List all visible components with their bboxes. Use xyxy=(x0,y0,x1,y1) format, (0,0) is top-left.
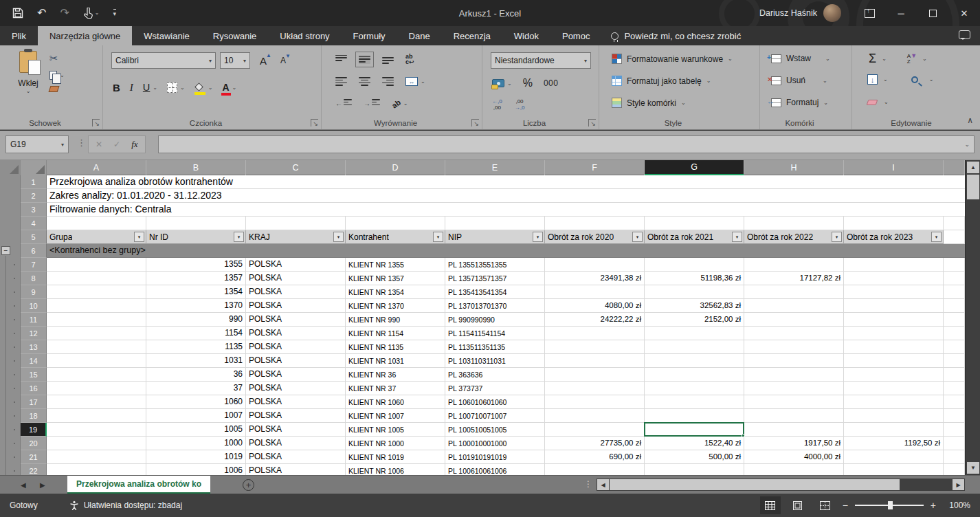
cell[interactable] xyxy=(47,423,146,437)
cancel-icon[interactable]: ✕ xyxy=(96,140,102,149)
cell[interactable]: PL 135413541354 xyxy=(445,285,545,299)
sheet-nav-right-icon[interactable]: ▶ xyxy=(40,476,45,494)
filter-dropdown-icon[interactable]: ▾ xyxy=(632,232,643,242)
cell[interactable]: KLIENT NR 1005 xyxy=(346,423,445,437)
filter-dropdown-icon[interactable]: ▾ xyxy=(234,232,244,242)
cell[interactable]: 1154 xyxy=(146,327,246,340)
cell[interactable]: POLSKA xyxy=(246,382,346,395)
cell[interactable]: POLSKA xyxy=(246,464,346,475)
cell[interactable]: POLSKA xyxy=(246,437,346,450)
tab-widok[interactable]: Widok xyxy=(502,26,550,45)
cell[interactable] xyxy=(645,354,744,368)
formula-input[interactable]: ⌄ xyxy=(158,135,975,153)
cell[interactable] xyxy=(645,327,744,340)
cell[interactable] xyxy=(944,230,965,244)
cell[interactable] xyxy=(47,354,146,368)
dialog-launcher-alignment[interactable]: ↘ xyxy=(471,119,479,126)
filter-header-8[interactable]: Obrót za rok 2022▾ xyxy=(744,230,844,244)
cell[interactable]: KLIENT NR 1357 xyxy=(346,272,445,285)
orientation-button[interactable]: ab⌄ xyxy=(392,100,408,108)
column-header-partial[interactable] xyxy=(944,160,965,175)
outline-collapse-icon[interactable]: − xyxy=(1,246,10,255)
align-middle-button[interactable] xyxy=(359,55,370,64)
row-header-15[interactable]: 15 xyxy=(21,368,47,382)
cell[interactable] xyxy=(545,395,645,409)
cell[interactable] xyxy=(744,258,844,272)
cell[interactable] xyxy=(944,368,965,382)
row-header-10[interactable]: 10 xyxy=(21,299,47,313)
paste-dropdown[interactable]: ⌄ xyxy=(26,88,31,94)
tab-narzędzia-główne[interactable]: Narzędzia główne xyxy=(38,26,132,45)
fill-color-button[interactable]: ⌄ xyxy=(194,84,213,91)
cell[interactable]: PL 137013701370 xyxy=(445,299,545,313)
cell[interactable]: PL 100010001000 xyxy=(445,437,545,450)
row-header-1[interactable]: 1 xyxy=(21,175,47,189)
cell[interactable] xyxy=(844,327,944,340)
cell[interactable] xyxy=(844,272,944,285)
cell[interactable]: 1135 xyxy=(146,340,246,354)
insert-cells-button[interactable]: + Wstaw⌄ xyxy=(771,54,830,63)
row-header-5[interactable]: 5 xyxy=(21,230,47,244)
cell[interactable]: 37 xyxy=(146,382,246,395)
row-header-12[interactable]: 12 xyxy=(21,327,47,340)
cell[interactable]: PL 135713571357 xyxy=(445,272,545,285)
cell[interactable]: POLSKA xyxy=(246,258,346,272)
zoom-slider-thumb[interactable] xyxy=(888,501,893,509)
font-size-combo[interactable]: 10 ▾ xyxy=(220,52,250,69)
cell[interactable]: Zakres analizy: 01.01.2020 - 31.12.2023 xyxy=(47,189,965,203)
cell[interactable] xyxy=(744,409,844,423)
cell[interactable] xyxy=(47,450,146,464)
wrap-text-button[interactable]: abc↩ xyxy=(405,54,414,65)
cell[interactable] xyxy=(744,285,844,299)
cell[interactable] xyxy=(744,217,844,230)
filter-dropdown-icon[interactable]: ▾ xyxy=(433,232,443,242)
cell[interactable] xyxy=(944,327,965,340)
column-header-B[interactable]: B xyxy=(146,160,246,175)
filter-dropdown-icon[interactable]: ▾ xyxy=(333,232,344,242)
cell[interactable]: 1522,40 zł xyxy=(645,437,744,450)
cell[interactable]: POLSKA xyxy=(246,313,346,327)
column-header-G[interactable]: G xyxy=(645,160,744,175)
cell[interactable] xyxy=(47,327,146,340)
filter-header-5[interactable]: NIP▾ xyxy=(445,230,545,244)
bold-button[interactable]: B xyxy=(113,82,120,94)
cell[interactable]: 24222,22 zł xyxy=(545,313,645,327)
cell[interactable] xyxy=(47,395,146,409)
cell[interactable]: PL 113511351135 xyxy=(445,340,545,354)
cell[interactable] xyxy=(944,299,965,313)
number-format-combo[interactable]: Niestandardowe ▾ xyxy=(491,52,591,69)
decrease-indent-button[interactable]: ← xyxy=(335,99,352,108)
font-color-dropdown[interactable]: ⌄ xyxy=(232,85,237,91)
fill-dropdown[interactable]: ⌄ xyxy=(883,76,888,82)
filter-header-1[interactable]: Grupa▾ xyxy=(47,230,146,244)
cell[interactable] xyxy=(47,313,146,327)
row-header-14[interactable]: 14 xyxy=(21,354,47,368)
underline-button[interactable]: U⌄ xyxy=(143,82,157,93)
dialog-launcher-clipboard[interactable]: ↘ xyxy=(92,119,100,126)
cell[interactable]: PL 990990990 xyxy=(445,313,545,327)
cell[interactable]: KLIENT NR 1355 xyxy=(346,258,445,272)
row-header-4[interactable]: 4 xyxy=(21,217,47,230)
group-band[interactable]: <Kontrahenci bez grupy> xyxy=(47,244,965,258)
merge-dropdown[interactable]: ⌄ xyxy=(421,78,425,85)
row-header-2[interactable]: 2 xyxy=(21,189,47,203)
cell[interactable] xyxy=(246,217,346,230)
font-name-combo[interactable]: Calibri ▾ xyxy=(111,52,216,69)
cell[interactable] xyxy=(844,299,944,313)
row-header-8[interactable]: 8 xyxy=(21,272,47,285)
row-header-17[interactable]: 17 xyxy=(21,395,47,409)
cell[interactable] xyxy=(844,450,944,464)
merge-center-button[interactable]: ↔⌄ xyxy=(405,77,425,86)
formula-bar-splitter[interactable]: ⋮ xyxy=(77,138,86,148)
cell[interactable] xyxy=(645,395,744,409)
zoom-in-icon[interactable]: + xyxy=(931,500,936,511)
cell[interactable]: POLSKA xyxy=(246,409,346,423)
cell[interactable]: PL 373737 xyxy=(445,382,545,395)
cell[interactable] xyxy=(545,382,645,395)
cell[interactable]: 1006 xyxy=(146,464,246,475)
increase-indent-button[interactable]: → xyxy=(364,99,380,108)
filter-dropdown-icon[interactable]: ▾ xyxy=(832,232,842,242)
cell[interactable]: KLIENT NR 1019 xyxy=(346,450,445,464)
zoom-slider[interactable] xyxy=(855,505,924,506)
select-all-button[interactable] xyxy=(0,160,21,175)
